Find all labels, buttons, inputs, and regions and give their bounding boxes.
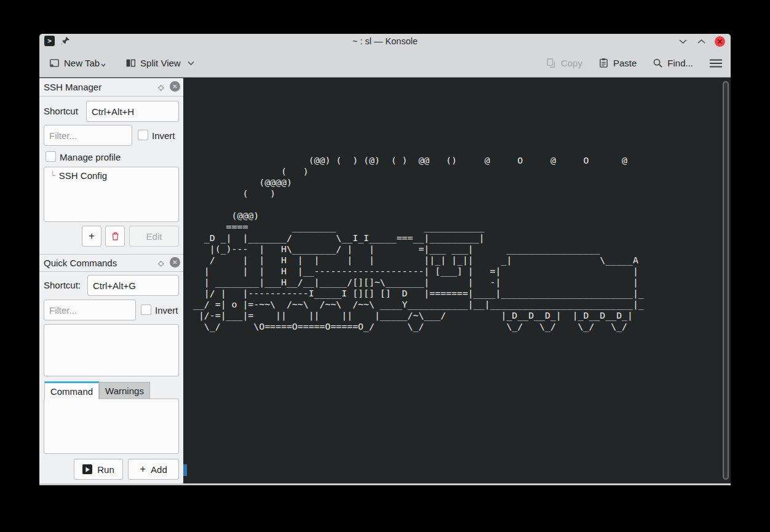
run-icon — [82, 464, 92, 474]
quick-commands-close-icon[interactable]: ✕ — [170, 257, 180, 268]
split-view-button[interactable]: Split View — [125, 58, 194, 68]
minimize-button[interactable] — [678, 37, 688, 47]
paste-button[interactable]: Paste — [598, 58, 637, 68]
close-button[interactable] — [715, 36, 725, 47]
copy-icon — [546, 58, 557, 68]
ssh-shortcut-label: Shortcut — [44, 106, 78, 116]
qc-invert-label: Invert — [155, 305, 178, 316]
tab-warnings[interactable]: Warnings — [99, 382, 150, 399]
qc-filter-input[interactable] — [44, 300, 136, 320]
ssh-manager-close-icon[interactable]: ✕ — [170, 81, 180, 92]
terminal-output-ascii-train: (@@) ( ) (@) ( ) @@ () @ O @ O @ ( ) (@@… — [193, 155, 644, 332]
tree-branch-icon: └ — [50, 171, 55, 180]
paste-icon — [598, 58, 609, 68]
ssh-manager-float-icon[interactable]: ◇ — [158, 83, 164, 92]
manage-profile-label: Manage profile — [60, 152, 121, 162]
new-tab-button[interactable]: New Tab — [49, 58, 100, 68]
quick-commands-title: Quick Commands — [44, 258, 117, 268]
run-button[interactable]: Run — [74, 459, 123, 480]
sidebar: SSH Manager ◇ ✕ Shortcut Invert Manage p… — [39, 78, 183, 483]
ssh-invert-label: Invert — [152, 130, 175, 141]
qc-invert-checkbox[interactable] — [141, 304, 151, 315]
terminal-scrollbar[interactable] — [723, 81, 729, 480]
trash-icon — [111, 231, 120, 241]
new-tab-icon — [49, 58, 60, 68]
window-title: ~ : sl — Konsole — [39, 34, 731, 49]
divider — [39, 96, 183, 97]
ssh-invert-checkbox[interactable] — [138, 130, 148, 140]
add-button[interactable]: + Add — [128, 459, 179, 480]
plus-icon: + — [140, 463, 146, 475]
ssh-filter-input[interactable] — [44, 125, 132, 146]
qc-command-list[interactable] — [44, 324, 179, 376]
split-view-icon — [125, 58, 136, 68]
titlebar[interactable]: > ~ : sl — Konsole — [39, 34, 731, 49]
terminal-view[interactable]: (@@) ( ) (@) ( ) @@ () @ O @ O @ ( ) (@@… — [183, 78, 731, 483]
qc-shortcut-input[interactable] — [87, 275, 179, 296]
list-item[interactable]: └ SSH Config — [50, 170, 107, 181]
search-icon — [653, 58, 663, 68]
quick-commands-float-icon[interactable]: ◇ — [158, 259, 164, 268]
new-tab-dropdown-icon[interactable] — [101, 63, 106, 67]
divider — [39, 254, 183, 255]
ssh-manager-title: SSH Manager — [44, 82, 101, 92]
terminal-cursor — [183, 464, 187, 476]
konsole-window: > ~ : sl — Konsole New Tab — [39, 34, 731, 485]
ssh-shortcut-input[interactable] — [86, 101, 179, 122]
manage-profile-checkbox[interactable] — [46, 151, 56, 162]
qc-shortcut-label: Shortcut: — [44, 280, 81, 290]
ssh-add-button[interactable]: + — [82, 226, 101, 247]
ssh-delete-button[interactable] — [105, 226, 125, 247]
divider — [39, 271, 183, 272]
window-bottom-edge — [39, 483, 731, 485]
hamburger-menu-icon[interactable] — [709, 58, 723, 68]
find-button[interactable]: Find... — [653, 58, 693, 68]
maximize-button[interactable] — [696, 37, 706, 47]
ssh-edit-button: Edit — [129, 226, 179, 247]
toolbar: New Tab Split View Copy — [39, 49, 731, 77]
ssh-config-list[interactable]: └ SSH Config — [44, 167, 179, 222]
split-view-dropdown-icon[interactable] — [188, 61, 194, 66]
tab-command[interactable]: Command — [44, 381, 99, 399]
copy-button: Copy — [546, 58, 582, 68]
qc-command-editor[interactable] — [44, 399, 179, 454]
